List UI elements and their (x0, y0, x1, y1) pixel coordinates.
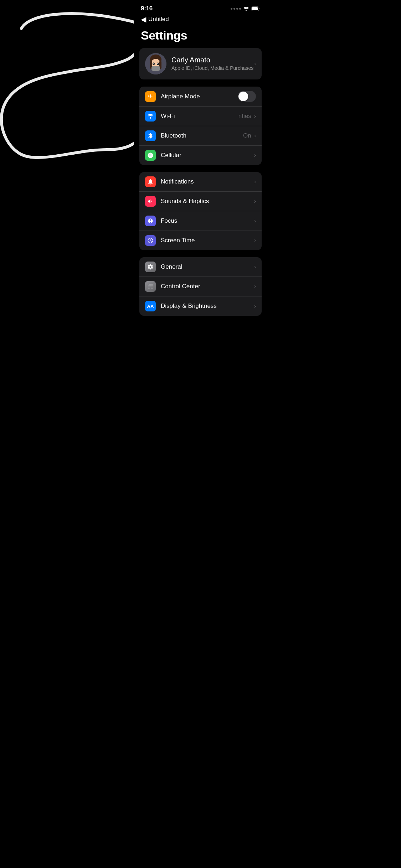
notifications-icon (145, 176, 156, 187)
focus-label: Focus (161, 217, 254, 224)
bluetooth-value: On (243, 132, 251, 139)
svg-point-9 (157, 63, 159, 65)
general-label: General (161, 263, 254, 270)
connectivity-section: ✈ Airplane Mode Wi-Fi nties › Bluetooth (139, 87, 262, 165)
sounds-haptics-label: Sounds & Haptics (161, 198, 254, 205)
profile-subtitle: Apple ID, iCloud, Media & Purchases (171, 65, 254, 71)
focus-chevron-icon: › (254, 218, 256, 224)
cellular-icon (145, 150, 156, 161)
svg-point-11 (157, 63, 158, 64)
cellular-row[interactable]: Cellular › (139, 145, 262, 165)
page-title: Settings (134, 26, 267, 48)
status-bar: 9:16 (134, 0, 267, 14)
svg-rect-1 (252, 7, 258, 10)
screen-time-row[interactable]: Screen Time › (139, 231, 262, 250)
wifi-icon (243, 6, 249, 11)
airplane-mode-label: Airplane Mode (161, 93, 238, 100)
wifi-value-partial: nties (238, 113, 251, 120)
status-icons (231, 6, 260, 11)
profile-section: Carly Amato Apple ID, iCloud, Media & Pu… (139, 48, 262, 79)
notifications-label: Notifications (161, 178, 254, 185)
control-center-icon (145, 281, 156, 292)
wifi-row[interactable]: Wi-Fi nties › (139, 106, 262, 126)
notifications-section: Notifications › Sounds & Haptics › Focus… (139, 172, 262, 250)
bluetooth-chevron-icon: › (254, 133, 256, 139)
wifi-chevron-icon: › (254, 113, 256, 119)
notifications-row[interactable]: Notifications › (139, 172, 262, 191)
screen-time-icon (145, 235, 156, 246)
avatar (145, 53, 166, 74)
cellular-label: Cellular (161, 152, 254, 159)
sounds-haptics-chevron-icon: › (254, 198, 256, 205)
display-brightness-row[interactable]: AA Display & Brightness › (139, 296, 262, 316)
wifi-setting-icon (145, 111, 156, 122)
svg-point-8 (153, 63, 155, 65)
general-row[interactable]: General › (139, 257, 262, 277)
battery-icon (251, 6, 260, 11)
back-label: Untitled (148, 16, 169, 23)
svg-point-10 (153, 63, 154, 64)
back-nav[interactable]: ◀ Untitled (134, 14, 267, 26)
general-section: General › Control Center › AA Display & … (139, 257, 262, 316)
general-icon (145, 262, 156, 272)
status-time: 9:16 (141, 5, 153, 12)
display-brightness-chevron-icon: › (254, 303, 256, 309)
general-chevron-icon: › (254, 264, 256, 270)
svg-rect-7 (151, 66, 160, 71)
airplane-toggle-switch[interactable] (238, 91, 256, 102)
back-chevron-icon: ◀ (141, 15, 146, 24)
profile-name: Carly Amato (171, 56, 254, 64)
bluetooth-row[interactable]: Bluetooth On › (139, 126, 262, 145)
control-center-row[interactable]: Control Center › (139, 277, 262, 296)
airplane-mode-toggle[interactable] (238, 91, 256, 102)
avatar-image (145, 53, 166, 74)
display-brightness-icon: AA (145, 301, 156, 311)
toggle-knob (238, 92, 248, 101)
sounds-haptics-row[interactable]: Sounds & Haptics › (139, 191, 262, 211)
airplane-mode-icon: ✈ (145, 91, 156, 102)
screen-time-label: Screen Time (161, 237, 254, 244)
screen-time-chevron-icon: › (254, 237, 256, 244)
control-center-label: Control Center (161, 283, 254, 290)
bluetooth-icon (145, 130, 156, 141)
control-center-chevron-icon: › (254, 283, 256, 290)
sounds-haptics-icon (145, 196, 156, 207)
wifi-label-partial: Wi-Fi (161, 113, 238, 120)
airplane-mode-row[interactable]: ✈ Airplane Mode (139, 87, 262, 106)
profile-chevron-icon: › (254, 61, 256, 67)
signal-icon (231, 8, 241, 10)
focus-row[interactable]: Focus › (139, 211, 262, 231)
profile-row[interactable]: Carly Amato Apple ID, iCloud, Media & Pu… (139, 48, 262, 79)
display-brightness-label: Display & Brightness (161, 303, 254, 310)
svg-point-12 (150, 117, 151, 119)
focus-icon (145, 216, 156, 226)
notifications-chevron-icon: › (254, 179, 256, 185)
bluetooth-label: Bluetooth (161, 132, 243, 139)
cellular-chevron-icon: › (254, 152, 256, 159)
profile-info: Carly Amato Apple ID, iCloud, Media & Pu… (171, 56, 254, 71)
